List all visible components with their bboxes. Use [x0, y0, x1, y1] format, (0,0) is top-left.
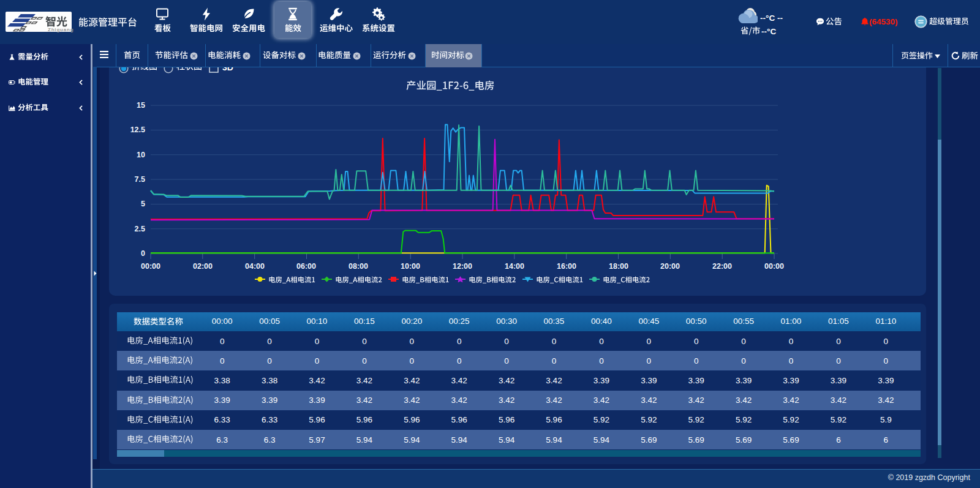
- svg-text:15: 15: [137, 101, 145, 110]
- svg-text:16:00: 16:00: [557, 262, 576, 271]
- svg-text:06:00: 06:00: [296, 262, 316, 271]
- svg-text:04:00: 04:00: [245, 262, 265, 271]
- svg-text:20:00: 20:00: [660, 262, 680, 271]
- svg-text:00:00: 00:00: [141, 262, 160, 271]
- svg-text:2.5: 2.5: [135, 225, 145, 233]
- svg-text:14:00: 14:00: [505, 262, 524, 271]
- svg-text:12.5: 12.5: [130, 126, 145, 134]
- svg-text:22:00: 22:00: [712, 262, 732, 271]
- svg-text:7.5: 7.5: [135, 175, 145, 184]
- svg-text:10: 10: [137, 151, 145, 159]
- svg-text:10:00: 10:00: [401, 262, 420, 271]
- svg-text:12:00: 12:00: [453, 262, 472, 271]
- svg-text:18:00: 18:00: [609, 262, 628, 271]
- svg-text:08:00: 08:00: [349, 262, 368, 271]
- svg-text:00:00: 00:00: [764, 262, 784, 271]
- svg-text:02:00: 02:00: [193, 262, 213, 271]
- svg-text:0: 0: [141, 249, 145, 258]
- svg-text:5: 5: [141, 200, 145, 208]
